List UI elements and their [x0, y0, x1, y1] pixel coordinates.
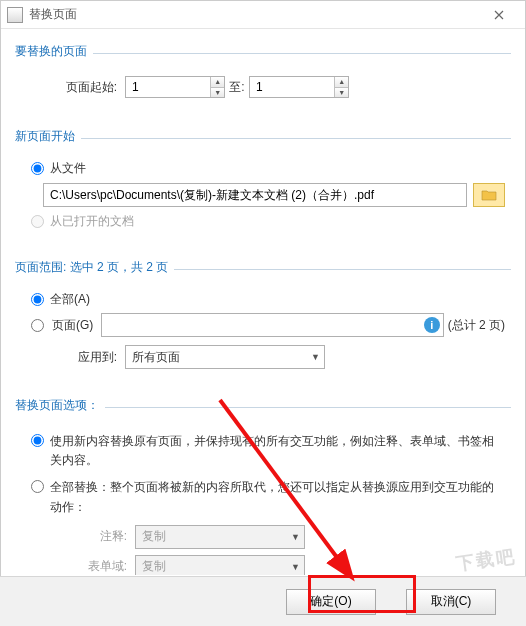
info-icon[interactable]: i [424, 317, 440, 333]
page-start-input[interactable] [126, 77, 210, 97]
titlebar: 替换页面 [1, 1, 525, 29]
option-full-replace-row[interactable]: 全部替换：整个页面将被新的内容所取代，您还可以指定从替换源应用到交互功能的动作： [31, 478, 505, 516]
dialog-window: 替换页面 要替换的页面 页面起始: ▲▼ 至: ▲▼ [0, 0, 526, 626]
radio-from-open [31, 215, 44, 228]
group-replace-pages: 要替换的页面 页面起始: ▲▼ 至: ▲▼ [15, 39, 511, 114]
page-end-input[interactable] [250, 77, 334, 97]
spinner-down-icon[interactable]: ▼ [335, 88, 348, 98]
applyto-dropdown[interactable]: 所有页面 ▼ [125, 345, 325, 369]
spinner-down-icon[interactable]: ▼ [211, 88, 224, 98]
radio-from-open-label: 从已打开的文档 [50, 213, 134, 230]
dialog-content: 要替换的页面 页面起始: ▲▼ 至: ▲▼ 新页面开始 [1, 29, 525, 575]
total-pages-label: (总计 2 页) [448, 317, 505, 334]
notes-label: 注释: [41, 528, 127, 545]
radio-all-label: 全部(A) [50, 291, 90, 308]
folder-icon [481, 189, 497, 201]
spinner-up-icon[interactable]: ▲ [335, 77, 348, 88]
close-button[interactable] [479, 3, 519, 27]
radio-page[interactable] [31, 319, 44, 332]
radio-full-replace[interactable] [31, 480, 44, 493]
radio-all[interactable] [31, 293, 44, 306]
form-label: 表单域: [41, 558, 127, 575]
group-label: 新页面开始 [15, 124, 511, 151]
group-new-page-start: 新页面开始 从文件 从已打开的文档 [15, 124, 511, 245]
chevron-down-icon: ▼ [291, 562, 300, 572]
applyto-label: 应用到: [31, 349, 117, 366]
radio-all-row[interactable]: 全部(A) [31, 291, 505, 308]
radio-from-file-label: 从文件 [50, 160, 86, 177]
app-icon [7, 7, 23, 23]
chevron-down-icon: ▼ [291, 532, 300, 542]
group-replace-options: 替换页面选项： 使用新内容替换原有页面，并保持现有的所有交互功能，例如注释、表单… [15, 393, 511, 575]
page-end-spinner[interactable]: ▲▼ [249, 76, 349, 98]
button-bar: 确定(O) 取消(C) [0, 576, 526, 626]
notes-value: 复制 [142, 528, 166, 545]
page-start-spinner[interactable]: ▲▼ [125, 76, 225, 98]
to-label: 至: [225, 79, 249, 96]
window-title: 替换页面 [29, 6, 479, 23]
radio-from-file-row[interactable]: 从文件 [31, 160, 505, 177]
option-keep-interactive-row[interactable]: 使用新内容替换原有页面，并保持现有的所有交互功能，例如注释、表单域、书签相关内容… [31, 432, 505, 470]
radio-from-open-row[interactable]: 从已打开的文档 [31, 213, 505, 230]
group-page-range: 页面范围: 选中 2 页，共 2 页 全部(A) 页面(G) i (总计 2 页… [15, 255, 511, 383]
notes-dropdown: 复制 ▼ [135, 525, 305, 549]
group-label: 替换页面选项： [15, 393, 511, 420]
radio-page-label: 页面(G) [52, 317, 93, 334]
form-dropdown: 复制 ▼ [135, 555, 305, 575]
file-path-input[interactable] [43, 183, 467, 207]
option-full-replace-label: 全部替换：整个页面将被新的内容所取代，您还可以指定从替换源应用到交互功能的动作： [50, 478, 505, 516]
group-label: 页面范围: 选中 2 页，共 2 页 [15, 255, 511, 282]
cancel-button[interactable]: 取消(C) [406, 589, 496, 615]
page-range-input[interactable] [101, 313, 443, 337]
chevron-down-icon: ▼ [311, 352, 320, 362]
close-icon [494, 10, 504, 20]
group-label: 要替换的页面 [15, 39, 511, 66]
ok-button[interactable]: 确定(O) [286, 589, 376, 615]
applyto-value: 所有页面 [132, 349, 180, 366]
page-start-label: 页面起始: [31, 79, 117, 96]
browse-button[interactable] [473, 183, 505, 207]
option-keep-interactive-label: 使用新内容替换原有页面，并保持现有的所有交互功能，例如注释、表单域、书签相关内容… [50, 432, 505, 470]
spinner-up-icon[interactable]: ▲ [211, 77, 224, 88]
radio-from-file[interactable] [31, 162, 44, 175]
form-value: 复制 [142, 558, 166, 575]
radio-keep-interactive[interactable] [31, 434, 44, 447]
